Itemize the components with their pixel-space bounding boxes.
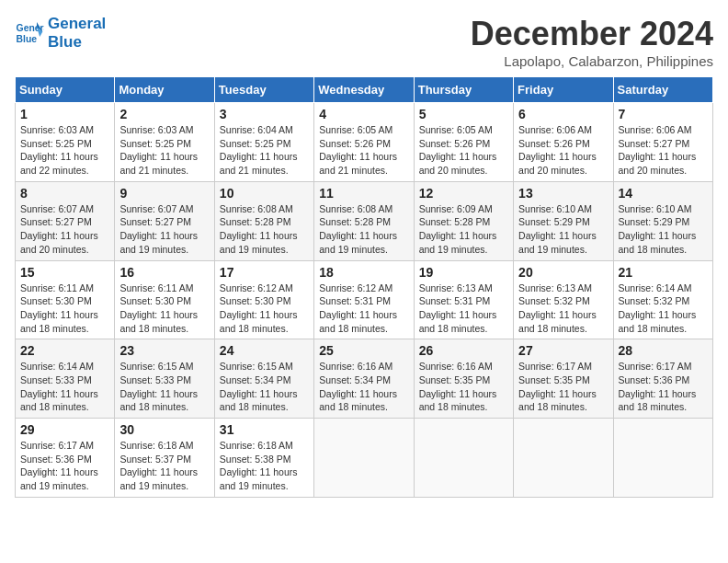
week-row-5: 29 Sunrise: 6:17 AM Sunset: 5:36 PM Dayl… (16, 419, 713, 498)
day-info: Sunrise: 6:03 AM Sunset: 5:25 PM Dayligh… (20, 123, 109, 178)
day-info: Sunrise: 6:10 AM Sunset: 5:29 PM Dayligh… (518, 202, 608, 257)
day-number: 2 (119, 107, 209, 121)
day-number: 11 (319, 186, 408, 201)
day-cell: 14 Sunrise: 6:10 AM Sunset: 5:29 PM Dayl… (613, 181, 712, 260)
day-cell: 9 Sunrise: 6:07 AM Sunset: 5:27 PM Dayli… (115, 181, 214, 260)
day-info: Sunrise: 6:10 AM Sunset: 5:29 PM Dayligh… (619, 202, 708, 257)
day-cell: 28 Sunrise: 6:17 AM Sunset: 5:36 PM Dayl… (613, 339, 712, 419)
day-cell: 25 Sunrise: 6:16 AM Sunset: 5:34 PM Dayl… (314, 339, 414, 419)
day-cell: 17 Sunrise: 6:12 AM Sunset: 5:30 PM Dayl… (214, 260, 313, 339)
day-cell: 11 Sunrise: 6:08 AM Sunset: 5:28 PM Dayl… (314, 181, 414, 260)
day-cell: 13 Sunrise: 6:10 AM Sunset: 5:29 PM Dayl… (514, 181, 613, 260)
calendar-header-row: SundayMondayTuesdayWednesdayThursdayFrid… (16, 77, 713, 103)
day-number: 17 (220, 265, 309, 280)
day-number: 15 (20, 265, 109, 280)
logo-icon: General Blue (15, 18, 44, 48)
day-cell: 22 Sunrise: 6:14 AM Sunset: 5:33 PM Dayl… (16, 339, 115, 419)
day-number: 7 (619, 107, 708, 121)
day-number: 10 (220, 186, 309, 201)
day-cell: 19 Sunrise: 6:13 AM Sunset: 5:31 PM Dayl… (414, 260, 513, 339)
day-cell: 1 Sunrise: 6:03 AM Sunset: 5:25 PM Dayli… (16, 103, 115, 182)
week-row-2: 8 Sunrise: 6:07 AM Sunset: 5:27 PM Dayli… (16, 181, 713, 260)
day-info: Sunrise: 6:17 AM Sunset: 5:36 PM Dayligh… (619, 360, 708, 414)
day-info: Sunrise: 6:12 AM Sunset: 5:31 PM Dayligh… (319, 282, 408, 336)
day-info: Sunrise: 6:15 AM Sunset: 5:34 PM Dayligh… (220, 360, 309, 414)
day-number: 23 (119, 343, 209, 358)
day-number: 5 (419, 107, 508, 121)
day-info: Sunrise: 6:16 AM Sunset: 5:35 PM Dayligh… (419, 360, 508, 414)
day-number: 21 (619, 265, 708, 280)
col-header-thursday: Thursday (414, 77, 513, 103)
day-cell: 6 Sunrise: 6:06 AM Sunset: 5:26 PM Dayli… (514, 103, 613, 182)
day-info: Sunrise: 6:18 AM Sunset: 5:37 PM Dayligh… (119, 439, 209, 493)
day-cell: 3 Sunrise: 6:04 AM Sunset: 5:25 PM Dayli… (214, 103, 313, 182)
day-cell: 31 Sunrise: 6:18 AM Sunset: 5:38 PM Dayl… (214, 419, 313, 498)
day-number: 30 (119, 422, 209, 437)
day-cell: 5 Sunrise: 6:05 AM Sunset: 5:26 PM Dayli… (414, 103, 513, 182)
day-info: Sunrise: 6:05 AM Sunset: 5:26 PM Dayligh… (319, 123, 408, 178)
day-number: 16 (119, 265, 209, 280)
page-header: General Blue General Blue December 2024 … (15, 15, 713, 69)
col-header-wednesday: Wednesday (314, 77, 414, 103)
day-cell: 29 Sunrise: 6:17 AM Sunset: 5:36 PM Dayl… (16, 419, 115, 498)
week-row-1: 1 Sunrise: 6:03 AM Sunset: 5:25 PM Dayli… (16, 103, 713, 182)
logo-text2: Blue (48, 33, 106, 52)
day-info: Sunrise: 6:12 AM Sunset: 5:30 PM Dayligh… (220, 282, 309, 336)
day-number: 8 (20, 186, 109, 201)
day-cell: 24 Sunrise: 6:15 AM Sunset: 5:34 PM Dayl… (214, 339, 313, 419)
day-cell: 2 Sunrise: 6:03 AM Sunset: 5:25 PM Dayli… (115, 103, 214, 182)
col-header-friday: Friday (514, 77, 613, 103)
calendar-table: SundayMondayTuesdayWednesdayThursdayFrid… (15, 76, 713, 498)
logo-text: General (48, 15, 106, 33)
day-cell: 15 Sunrise: 6:11 AM Sunset: 5:30 PM Dayl… (16, 260, 115, 339)
day-cell (414, 419, 513, 498)
col-header-saturday: Saturday (613, 77, 712, 103)
day-info: Sunrise: 6:08 AM Sunset: 5:28 PM Dayligh… (220, 202, 309, 257)
col-header-sunday: Sunday (16, 77, 115, 103)
day-number: 28 (619, 343, 708, 358)
day-number: 9 (119, 186, 209, 201)
day-info: Sunrise: 6:13 AM Sunset: 5:31 PM Dayligh… (419, 282, 508, 336)
day-info: Sunrise: 6:11 AM Sunset: 5:30 PM Dayligh… (119, 282, 209, 336)
day-info: Sunrise: 6:06 AM Sunset: 5:27 PM Dayligh… (619, 123, 708, 178)
day-number: 14 (619, 186, 708, 201)
day-info: Sunrise: 6:14 AM Sunset: 5:33 PM Dayligh… (20, 360, 109, 414)
day-info: Sunrise: 6:07 AM Sunset: 5:27 PM Dayligh… (20, 202, 109, 257)
day-info: Sunrise: 6:17 AM Sunset: 5:36 PM Dayligh… (20, 439, 109, 493)
day-cell: 26 Sunrise: 6:16 AM Sunset: 5:35 PM Dayl… (414, 339, 513, 419)
day-number: 12 (419, 186, 508, 201)
day-number: 20 (518, 265, 608, 280)
col-header-tuesday: Tuesday (214, 77, 313, 103)
day-cell (613, 419, 712, 498)
day-info: Sunrise: 6:03 AM Sunset: 5:25 PM Dayligh… (119, 123, 209, 178)
day-info: Sunrise: 6:04 AM Sunset: 5:25 PM Dayligh… (220, 123, 309, 178)
day-cell: 27 Sunrise: 6:17 AM Sunset: 5:35 PM Dayl… (514, 339, 613, 419)
day-info: Sunrise: 6:08 AM Sunset: 5:28 PM Dayligh… (319, 202, 408, 257)
day-number: 1 (20, 107, 109, 121)
day-cell: 21 Sunrise: 6:14 AM Sunset: 5:32 PM Dayl… (613, 260, 712, 339)
day-number: 19 (419, 265, 508, 280)
title-area: December 2024 Lapolapo, Calabarzon, Phil… (471, 15, 713, 69)
day-info: Sunrise: 6:14 AM Sunset: 5:32 PM Dayligh… (619, 282, 708, 336)
day-number: 13 (518, 186, 608, 201)
day-number: 25 (319, 343, 408, 358)
day-number: 26 (419, 343, 508, 358)
day-cell: 7 Sunrise: 6:06 AM Sunset: 5:27 PM Dayli… (613, 103, 712, 182)
day-cell: 10 Sunrise: 6:08 AM Sunset: 5:28 PM Dayl… (214, 181, 313, 260)
day-cell: 23 Sunrise: 6:15 AM Sunset: 5:33 PM Dayl… (115, 339, 214, 419)
week-row-4: 22 Sunrise: 6:14 AM Sunset: 5:33 PM Dayl… (16, 339, 713, 419)
day-number: 27 (518, 343, 608, 358)
day-number: 22 (20, 343, 109, 358)
month-title: December 2024 (471, 15, 713, 53)
logo: General Blue General Blue (15, 15, 106, 51)
day-info: Sunrise: 6:16 AM Sunset: 5:34 PM Dayligh… (319, 360, 408, 414)
day-number: 24 (220, 343, 309, 358)
day-info: Sunrise: 6:18 AM Sunset: 5:38 PM Dayligh… (220, 439, 309, 493)
day-number: 4 (319, 107, 408, 121)
day-number: 6 (518, 107, 608, 121)
day-cell: 16 Sunrise: 6:11 AM Sunset: 5:30 PM Dayl… (115, 260, 214, 339)
day-info: Sunrise: 6:07 AM Sunset: 5:27 PM Dayligh… (119, 202, 209, 257)
day-cell: 30 Sunrise: 6:18 AM Sunset: 5:37 PM Dayl… (115, 419, 214, 498)
day-info: Sunrise: 6:15 AM Sunset: 5:33 PM Dayligh… (119, 360, 209, 414)
svg-text:Blue: Blue (17, 33, 38, 43)
